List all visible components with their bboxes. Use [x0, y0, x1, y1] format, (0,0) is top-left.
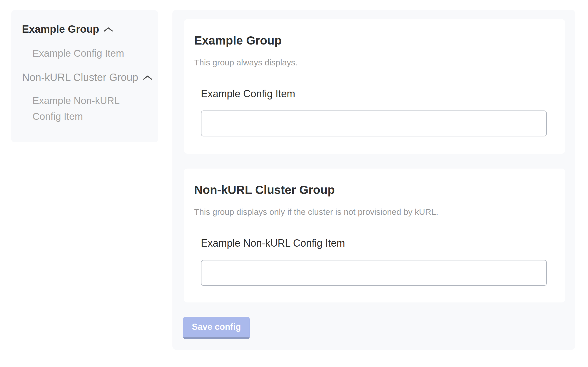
config-group-card-example-group: Example Group This group always displays…	[184, 19, 565, 154]
group-title: Non-kURL Cluster Group	[194, 183, 335, 197]
chevron-up-icon[interactable]	[143, 75, 152, 80]
save-config-button[interactable]: Save config	[183, 317, 250, 339]
sidebar-item-example-config-item[interactable]: Example Config Item	[32, 47, 124, 59]
example-config-item-input[interactable]	[201, 110, 547, 136]
sidebar-item-example-non-kurl-config-item[interactable]: Example Non-kURL Config Item	[32, 93, 128, 124]
group-description: This group displays only if the cluster …	[194, 206, 438, 218]
config-page: Example Group Example Config Item Non-kU…	[0, 0, 588, 367]
config-item-label: Example Config Item	[201, 87, 295, 100]
config-panel: Example Group This group always displays…	[172, 10, 575, 350]
sidebar-group-example-group[interactable]: Example Group	[22, 23, 113, 36]
config-nav-sidebar: Example Group Example Config Item Non-kU…	[11, 10, 158, 142]
sidebar-group-label[interactable]: Example Group	[22, 23, 99, 36]
config-item-label: Example Non-kURL Config Item	[201, 237, 345, 250]
group-description: This group always displays.	[194, 57, 298, 68]
group-title: Example Group	[194, 34, 282, 47]
chevron-up-icon[interactable]	[104, 27, 113, 32]
example-non-kurl-config-item-input[interactable]	[201, 260, 547, 286]
config-group-card-non-kurl-cluster-group: Non-kURL Cluster Group This group displa…	[184, 169, 565, 302]
sidebar-group-label[interactable]: Non-kURL Cluster Group	[22, 71, 138, 84]
sidebar-group-non-kurl-cluster-group[interactable]: Non-kURL Cluster Group	[22, 71, 152, 84]
